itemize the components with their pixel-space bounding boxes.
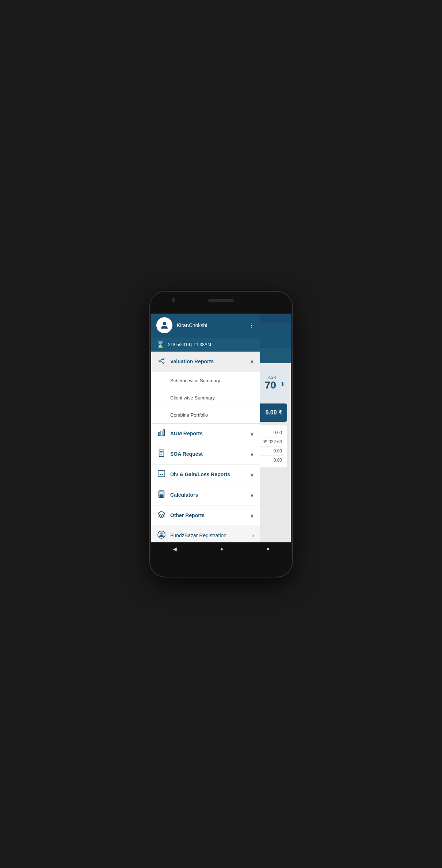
svg-rect-9 <box>159 450 164 456</box>
fundzbazar-left: FundzBazar Registration <box>157 530 226 541</box>
svg-rect-21 <box>162 495 163 496</box>
client-wise-summary-item[interactable]: Client wise Summary <box>151 389 260 406</box>
phone-shell: AGR 70 › 5.00 ₹ 0.00 09,032.63 0.00 0.00 <box>150 292 292 577</box>
speaker <box>208 299 234 302</box>
scheme-wise-summary-label: Scheme wise Summary <box>170 378 220 383</box>
valuation-reports-chevron-up: ∧ <box>250 358 254 365</box>
other-reports-left: Other Reports <box>157 511 205 520</box>
drawer-date-time: 21/05/2019 | 11:38AM <box>168 342 211 347</box>
network-icon <box>157 357 166 367</box>
svg-rect-7 <box>161 431 162 436</box>
inbox-icon <box>157 470 166 480</box>
bar-chart-icon <box>157 429 166 439</box>
drawer-header: KiranChokshi ⋮ <box>151 313 260 338</box>
other-reports-title: Other Reports <box>170 512 205 518</box>
layers-icon <box>157 511 166 520</box>
hourglass-icon: ⌛ <box>156 341 164 349</box>
svg-rect-17 <box>161 494 162 495</box>
soa-icon <box>157 449 165 457</box>
svg-marker-22 <box>158 511 165 515</box>
scheme-wise-summary-item[interactable]: Scheme wise Summary <box>151 372 260 389</box>
calculators-chevron: ∨ <box>250 492 254 499</box>
div-icon <box>157 470 165 478</box>
aum-reports-title: AUM Reports <box>170 431 203 436</box>
calculators-left: Calculators <box>157 490 198 500</box>
valuation-reports-title: Valuation Reports <box>170 359 214 364</box>
soa-request-chevron: ∨ <box>250 451 254 458</box>
svg-point-2 <box>163 358 164 359</box>
calc-icon <box>157 490 165 498</box>
arrow-right: › <box>281 378 284 389</box>
fundzbazar-label: FundzBazar Registration <box>170 532 226 538</box>
fundzbazar-chevron-right: › <box>252 532 254 539</box>
svg-point-1 <box>159 360 160 361</box>
user-avatar-icon <box>159 320 169 330</box>
drawer-header-left: KiranChokshi <box>156 317 207 333</box>
back-button[interactable]: ◀ <box>173 546 177 552</box>
document-icon <box>157 449 166 459</box>
bottom-nav-bar: ◀ ● ■ <box>151 542 291 556</box>
card-value1: 70 <box>265 379 276 391</box>
recent-apps-button[interactable]: ■ <box>267 546 269 551</box>
front-camera <box>172 298 175 302</box>
div-gain-loss-chevron: ∨ <box>250 471 254 478</box>
more-dots-button[interactable]: ⋮ <box>248 321 255 329</box>
fundzbazar-icon <box>157 530 166 541</box>
aum-icon <box>157 429 165 437</box>
valuation-reports-section: Valuation Reports ∧ Scheme wise Summary … <box>151 352 260 424</box>
agr-label: AGR <box>265 375 276 379</box>
valuation-reports-header-left: Valuation Reports <box>157 357 214 367</box>
svg-rect-6 <box>159 433 160 436</box>
svg-rect-20 <box>161 495 162 496</box>
svg-rect-16 <box>160 494 161 495</box>
div-gain-loss-left: Div & Gain/Loss Reports <box>157 470 230 480</box>
svg-rect-15 <box>160 492 163 493</box>
svg-point-24 <box>160 532 163 535</box>
combine-portfolio-item[interactable]: Combine Portfolio <box>151 406 260 423</box>
svg-line-4 <box>160 359 163 360</box>
svg-point-3 <box>163 362 164 363</box>
soa-request-title: SOA Request <box>170 451 203 457</box>
aum-reports-section[interactable]: AUM Reports ∨ <box>151 424 260 444</box>
other-reports-chevron: ∨ <box>250 512 254 519</box>
fundzbazar-svg-icon <box>157 530 166 539</box>
valuation-reports-header[interactable]: Valuation Reports ∧ <box>151 352 260 372</box>
menu-drawer: KiranChokshi ⋮ ⌛ 21/05/2019 | 11:38AM <box>151 313 260 556</box>
svg-rect-18 <box>162 494 163 495</box>
avatar <box>156 317 172 333</box>
combine-portfolio-label: Combine Portfolio <box>170 412 208 418</box>
aum-reports-left: AUM Reports <box>157 429 203 439</box>
svg-line-5 <box>160 361 163 362</box>
client-wise-summary-label: Client wise Summary <box>170 395 215 401</box>
svg-point-0 <box>163 322 166 325</box>
calculators-section[interactable]: Calculators ∨ <box>151 485 260 505</box>
svg-rect-19 <box>160 495 161 496</box>
valuation-icon <box>157 357 165 365</box>
screen: AGR 70 › 5.00 ₹ 0.00 09,032.63 0.00 0.00 <box>151 313 291 556</box>
div-gain-loss-title: Div & Gain/Loss Reports <box>170 471 230 477</box>
drawer-user-name: KiranChokshi <box>177 322 207 328</box>
soa-request-left: SOA Request <box>157 449 203 459</box>
svg-rect-8 <box>163 429 165 436</box>
soa-request-section[interactable]: SOA Request ∨ <box>151 444 260 465</box>
aum-reports-chevron: ∨ <box>250 430 254 437</box>
calculator-icon <box>157 490 166 500</box>
card-value2: 5.00 ₹ <box>265 409 282 416</box>
layers-svg-icon <box>157 511 165 519</box>
calculators-title: Calculators <box>170 492 198 498</box>
svg-rect-13 <box>158 470 165 477</box>
other-reports-section[interactable]: Other Reports ∨ <box>151 505 260 526</box>
drawer-date-strip: ⌛ 21/05/2019 | 11:38AM <box>151 338 260 352</box>
home-button[interactable]: ● <box>220 546 223 552</box>
div-gain-loss-section[interactable]: Div & Gain/Loss Reports ∨ <box>151 465 260 485</box>
